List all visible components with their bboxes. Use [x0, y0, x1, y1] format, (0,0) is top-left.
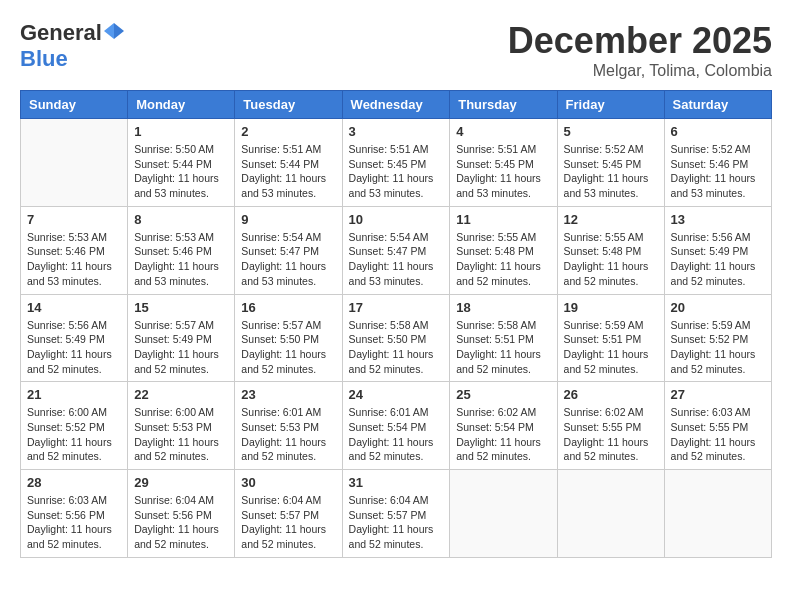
day-number: 25 — [456, 387, 550, 402]
calendar-day-cell: 7Sunrise: 5:53 AMSunset: 5:46 PMDaylight… — [21, 206, 128, 294]
day-info: Sunrise: 5:52 AMSunset: 5:46 PMDaylight:… — [671, 142, 765, 201]
calendar-day-cell: 3Sunrise: 5:51 AMSunset: 5:45 PMDaylight… — [342, 119, 450, 207]
day-info: Sunrise: 5:58 AMSunset: 5:50 PMDaylight:… — [349, 318, 444, 377]
calendar-week-row: 21Sunrise: 6:00 AMSunset: 5:52 PMDayligh… — [21, 382, 772, 470]
calendar-day-cell — [21, 119, 128, 207]
calendar-day-cell: 15Sunrise: 5:57 AMSunset: 5:49 PMDayligh… — [128, 294, 235, 382]
day-info: Sunrise: 5:51 AMSunset: 5:45 PMDaylight:… — [456, 142, 550, 201]
day-info: Sunrise: 6:04 AMSunset: 5:57 PMDaylight:… — [241, 493, 335, 552]
day-info: Sunrise: 5:50 AMSunset: 5:44 PMDaylight:… — [134, 142, 228, 201]
day-number: 16 — [241, 300, 335, 315]
day-number: 24 — [349, 387, 444, 402]
day-number: 23 — [241, 387, 335, 402]
day-info: Sunrise: 5:54 AMSunset: 5:47 PMDaylight:… — [349, 230, 444, 289]
calendar-day-cell: 28Sunrise: 6:03 AMSunset: 5:56 PMDayligh… — [21, 470, 128, 558]
calendar-day-cell: 11Sunrise: 5:55 AMSunset: 5:48 PMDayligh… — [450, 206, 557, 294]
calendar-week-row: 7Sunrise: 5:53 AMSunset: 5:46 PMDaylight… — [21, 206, 772, 294]
calendar-day-header: Saturday — [664, 91, 771, 119]
calendar-day-cell: 9Sunrise: 5:54 AMSunset: 5:47 PMDaylight… — [235, 206, 342, 294]
day-number: 18 — [456, 300, 550, 315]
day-info: Sunrise: 5:53 AMSunset: 5:46 PMDaylight:… — [27, 230, 121, 289]
day-info: Sunrise: 5:56 AMSunset: 5:49 PMDaylight:… — [27, 318, 121, 377]
day-info: Sunrise: 6:03 AMSunset: 5:56 PMDaylight:… — [27, 493, 121, 552]
calendar-day-cell: 22Sunrise: 6:00 AMSunset: 5:53 PMDayligh… — [128, 382, 235, 470]
day-info: Sunrise: 6:01 AMSunset: 5:53 PMDaylight:… — [241, 405, 335, 464]
calendar-day-cell: 10Sunrise: 5:54 AMSunset: 5:47 PMDayligh… — [342, 206, 450, 294]
svg-marker-0 — [114, 23, 124, 39]
day-info: Sunrise: 5:53 AMSunset: 5:46 PMDaylight:… — [134, 230, 228, 289]
day-number: 14 — [27, 300, 121, 315]
day-number: 28 — [27, 475, 121, 490]
calendar-day-header: Friday — [557, 91, 664, 119]
calendar-day-header: Thursday — [450, 91, 557, 119]
day-number: 22 — [134, 387, 228, 402]
calendar-day-cell: 6Sunrise: 5:52 AMSunset: 5:46 PMDaylight… — [664, 119, 771, 207]
calendar-day-cell: 20Sunrise: 5:59 AMSunset: 5:52 PMDayligh… — [664, 294, 771, 382]
day-info: Sunrise: 5:55 AMSunset: 5:48 PMDaylight:… — [456, 230, 550, 289]
calendar-day-cell: 25Sunrise: 6:02 AMSunset: 5:54 PMDayligh… — [450, 382, 557, 470]
day-info: Sunrise: 6:04 AMSunset: 5:56 PMDaylight:… — [134, 493, 228, 552]
day-info: Sunrise: 5:59 AMSunset: 5:52 PMDaylight:… — [671, 318, 765, 377]
day-info: Sunrise: 6:01 AMSunset: 5:54 PMDaylight:… — [349, 405, 444, 464]
day-number: 21 — [27, 387, 121, 402]
day-number: 13 — [671, 212, 765, 227]
day-number: 26 — [564, 387, 658, 402]
day-number: 2 — [241, 124, 335, 139]
calendar-day-cell: 17Sunrise: 5:58 AMSunset: 5:50 PMDayligh… — [342, 294, 450, 382]
day-number: 6 — [671, 124, 765, 139]
svg-marker-1 — [104, 23, 114, 39]
calendar-day-cell: 2Sunrise: 5:51 AMSunset: 5:44 PMDaylight… — [235, 119, 342, 207]
day-info: Sunrise: 5:58 AMSunset: 5:51 PMDaylight:… — [456, 318, 550, 377]
logo: General Blue — [20, 20, 124, 72]
day-info: Sunrise: 6:04 AMSunset: 5:57 PMDaylight:… — [349, 493, 444, 552]
day-info: Sunrise: 5:59 AMSunset: 5:51 PMDaylight:… — [564, 318, 658, 377]
calendar-day-cell: 21Sunrise: 6:00 AMSunset: 5:52 PMDayligh… — [21, 382, 128, 470]
day-info: Sunrise: 6:02 AMSunset: 5:55 PMDaylight:… — [564, 405, 658, 464]
calendar-day-cell: 14Sunrise: 5:56 AMSunset: 5:49 PMDayligh… — [21, 294, 128, 382]
calendar-day-cell: 13Sunrise: 5:56 AMSunset: 5:49 PMDayligh… — [664, 206, 771, 294]
calendar-header-row: SundayMondayTuesdayWednesdayThursdayFrid… — [21, 91, 772, 119]
calendar-day-cell: 27Sunrise: 6:03 AMSunset: 5:55 PMDayligh… — [664, 382, 771, 470]
calendar-day-header: Monday — [128, 91, 235, 119]
day-number: 12 — [564, 212, 658, 227]
calendar-week-row: 28Sunrise: 6:03 AMSunset: 5:56 PMDayligh… — [21, 470, 772, 558]
calendar-day-cell: 16Sunrise: 5:57 AMSunset: 5:50 PMDayligh… — [235, 294, 342, 382]
day-info: Sunrise: 6:00 AMSunset: 5:53 PMDaylight:… — [134, 405, 228, 464]
calendar-day-cell: 12Sunrise: 5:55 AMSunset: 5:48 PMDayligh… — [557, 206, 664, 294]
day-number: 19 — [564, 300, 658, 315]
calendar-day-cell: 4Sunrise: 5:51 AMSunset: 5:45 PMDaylight… — [450, 119, 557, 207]
calendar-day-cell: 23Sunrise: 6:01 AMSunset: 5:53 PMDayligh… — [235, 382, 342, 470]
day-number: 3 — [349, 124, 444, 139]
day-number: 1 — [134, 124, 228, 139]
day-number: 31 — [349, 475, 444, 490]
day-info: Sunrise: 6:02 AMSunset: 5:54 PMDaylight:… — [456, 405, 550, 464]
day-number: 15 — [134, 300, 228, 315]
day-number: 10 — [349, 212, 444, 227]
day-number: 17 — [349, 300, 444, 315]
calendar-table: SundayMondayTuesdayWednesdayThursdayFrid… — [20, 90, 772, 558]
day-info: Sunrise: 5:52 AMSunset: 5:45 PMDaylight:… — [564, 142, 658, 201]
day-info: Sunrise: 5:56 AMSunset: 5:49 PMDaylight:… — [671, 230, 765, 289]
day-info: Sunrise: 5:57 AMSunset: 5:50 PMDaylight:… — [241, 318, 335, 377]
calendar-day-cell: 29Sunrise: 6:04 AMSunset: 5:56 PMDayligh… — [128, 470, 235, 558]
calendar-day-cell: 8Sunrise: 5:53 AMSunset: 5:46 PMDaylight… — [128, 206, 235, 294]
day-number: 29 — [134, 475, 228, 490]
day-number: 4 — [456, 124, 550, 139]
calendar-day-cell: 26Sunrise: 6:02 AMSunset: 5:55 PMDayligh… — [557, 382, 664, 470]
calendar-day-cell: 19Sunrise: 5:59 AMSunset: 5:51 PMDayligh… — [557, 294, 664, 382]
month-title: December 2025 — [508, 20, 772, 62]
title-block: December 2025 Melgar, Tolima, Colombia — [508, 20, 772, 80]
logo-flag-icon — [104, 23, 124, 43]
calendar-day-cell: 5Sunrise: 5:52 AMSunset: 5:45 PMDaylight… — [557, 119, 664, 207]
day-info: Sunrise: 5:55 AMSunset: 5:48 PMDaylight:… — [564, 230, 658, 289]
day-number: 11 — [456, 212, 550, 227]
day-info: Sunrise: 5:51 AMSunset: 5:44 PMDaylight:… — [241, 142, 335, 201]
calendar-day-cell — [557, 470, 664, 558]
day-number: 5 — [564, 124, 658, 139]
day-number: 9 — [241, 212, 335, 227]
calendar-day-header: Sunday — [21, 91, 128, 119]
day-number: 8 — [134, 212, 228, 227]
calendar-day-cell: 31Sunrise: 6:04 AMSunset: 5:57 PMDayligh… — [342, 470, 450, 558]
day-number: 30 — [241, 475, 335, 490]
calendar-day-header: Wednesday — [342, 91, 450, 119]
